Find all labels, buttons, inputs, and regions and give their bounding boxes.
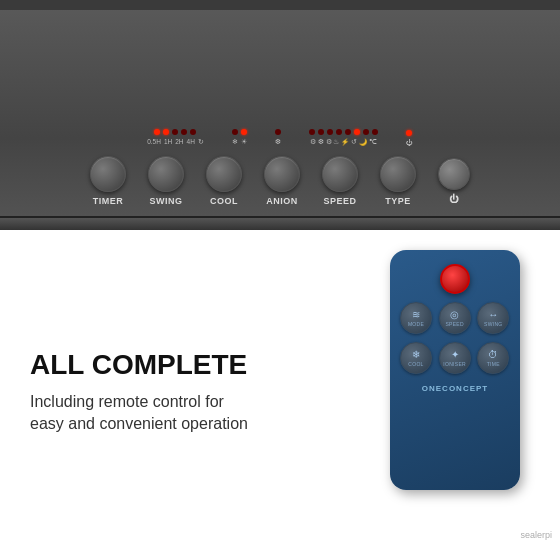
dot-power (406, 130, 412, 136)
type-button[interactable] (380, 156, 416, 192)
dot-4h (181, 129, 187, 135)
mode-indicator-group: ❄ ☀ (232, 129, 247, 146)
dot-mode-2 (241, 129, 247, 135)
power-indicator-group: ⏻ (406, 130, 413, 146)
dot-0-5h (154, 129, 160, 135)
panel-bottom-strip (0, 216, 560, 230)
label-1h: 1H (164, 138, 172, 146)
dot-1h (163, 129, 169, 135)
speed-icon: ◎ (450, 309, 459, 320)
swing-label: SWING (484, 321, 502, 327)
label-sun: ☀ (241, 138, 247, 146)
device-panel: 0.5H 1H 2H 4H ↻ ❄ ☀ ❆ (0, 0, 560, 230)
swing-icon: ↔ (488, 309, 498, 320)
timer-button[interactable] (90, 156, 126, 192)
swing-button-group: SWING (148, 156, 184, 206)
type-button-group: TYPE (380, 156, 416, 206)
label-sp: ⚙ ❆ ⚙ ♨ ⚡ ↺ 🌙 ℃ (310, 138, 377, 146)
anion-button-group: ANION (264, 156, 300, 206)
time-icon: ⏱ (488, 349, 498, 360)
brand-part1: ONE (422, 384, 442, 393)
cool-label: COOL (408, 361, 423, 367)
time-label: TIME (487, 361, 500, 367)
dot-sp-4 (336, 129, 342, 135)
speed-label: SPEED (323, 196, 356, 206)
label-2h: 2H (175, 138, 183, 146)
label-fan: ❆ (275, 138, 281, 146)
dot-sp-5 (345, 129, 351, 135)
panel-top-strip (0, 0, 560, 10)
cool-label: COOL (210, 196, 238, 206)
remote-time-button[interactable]: ⏱ TIME (477, 342, 509, 374)
ioniser-icon: ✦ (451, 349, 459, 360)
watermark: sealerpi (520, 530, 552, 540)
speed-indicator-group: ⚙ ❆ ⚙ ♨ ⚡ ↺ 🌙 ℃ (309, 129, 378, 146)
remote-brand: ONECONCEPT (422, 384, 488, 393)
timer-indicator-group: 0.5H 1H 2H 4H ↻ (147, 129, 204, 146)
anion-button[interactable] (264, 156, 300, 192)
label-repeat: ↻ (198, 138, 204, 146)
remote-control: ≋ MODE ◎ SPEED ↔ SWING ❄ COOL ✦ IONISER (390, 250, 520, 490)
sub-text: Including remote control for easy and co… (30, 391, 260, 436)
speed-button[interactable] (322, 156, 358, 192)
mode-labels: ❄ ☀ (232, 138, 247, 146)
label-snowflake: ❄ (232, 138, 238, 146)
cool-icon: ❄ (412, 349, 420, 360)
dot-sp-6 (354, 129, 360, 135)
remote-swing-button[interactable]: ↔ SWING (477, 302, 509, 334)
swing-label: SWING (150, 196, 183, 206)
remote-power-button[interactable] (440, 264, 470, 294)
remote-mode-button[interactable]: ≋ MODE (400, 302, 432, 334)
label-0-5h: 0.5H (147, 138, 161, 146)
label-4h: 4H (187, 138, 195, 146)
dot-sp-2 (318, 129, 324, 135)
dot-fan-1 (275, 129, 281, 135)
remote-speed-button[interactable]: ◎ SPEED (439, 302, 471, 334)
mode-label: MODE (408, 321, 424, 327)
fan-indicator-group: ❆ (275, 129, 281, 146)
dot-sp-1 (309, 129, 315, 135)
cool-button-group: COOL (206, 156, 242, 206)
swing-button[interactable] (148, 156, 184, 192)
timer-label: TIMER (93, 196, 124, 206)
power-label: ⏻ (449, 194, 459, 204)
timer-labels: 0.5H 1H 2H 4H ↻ (147, 138, 204, 146)
dot-2h (172, 129, 178, 135)
speed-button-group: SPEED (322, 156, 358, 206)
ioniser-label: IONISER (443, 361, 466, 367)
dot-moon (363, 129, 369, 135)
timer-button-group: TIMER (90, 156, 126, 206)
dot-sp-3 (327, 129, 333, 135)
bottom-section: ALL COMPLETE Including remote control fo… (0, 230, 560, 546)
power-button[interactable] (438, 158, 470, 190)
dot-repeat (190, 129, 196, 135)
remote-ioniser-button[interactable]: ✦ IONISER (439, 342, 471, 374)
control-buttons-row: TIMER SWING COOL ANION SPEED TYPE ⏻ (90, 156, 470, 206)
remote-bottom-buttons: ❄ COOL ✦ IONISER ⏱ TIME (400, 342, 510, 374)
type-label: TYPE (385, 196, 411, 206)
cool-button[interactable] (206, 156, 242, 192)
label-power-ind: ⏻ (406, 139, 413, 146)
anion-label: ANION (266, 196, 298, 206)
dot-mode-1 (232, 129, 238, 135)
remote-top-buttons: ≋ MODE ◎ SPEED ↔ SWING (400, 302, 510, 334)
remote-cool-button[interactable]: ❄ COOL (400, 342, 432, 374)
dot-celsius (372, 129, 378, 135)
brand-part2: CONCEPT (442, 384, 488, 393)
speed-label: SPEED (445, 321, 463, 327)
mode-icon: ≋ (412, 309, 420, 320)
power-button-group: ⏻ (438, 158, 470, 204)
